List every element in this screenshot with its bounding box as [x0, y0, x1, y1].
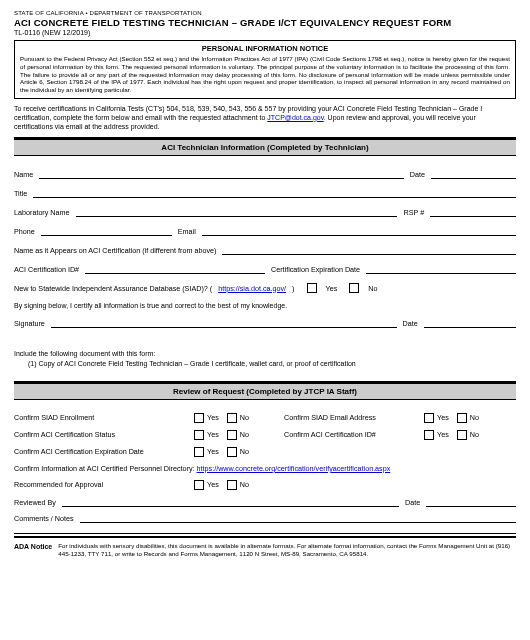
footer: ADA Notice For individuals with sensory …	[14, 542, 516, 558]
yes-label: Yes	[437, 413, 449, 422]
no-label: No	[240, 447, 249, 456]
r2b-yes-checkbox[interactable]	[424, 430, 434, 440]
siad-yes-label: Yes	[326, 284, 338, 293]
yes-label: Yes	[207, 480, 219, 489]
no-label: No	[240, 430, 249, 439]
form-title: ACI CONCRETE FIELD TESTING TECHNICIAN – …	[14, 17, 516, 28]
page: STATE OF CALIFORNIA • DEPARTMENT OF TRAN…	[0, 0, 530, 568]
include-line1: Include the following document with this…	[14, 349, 516, 359]
lab-field[interactable]	[76, 207, 398, 217]
yes-label: Yes	[207, 430, 219, 439]
sig-date-label: Date	[403, 319, 418, 328]
siad-label-post: )	[292, 284, 294, 293]
r1b-label: Confirm SIAD Email Address	[284, 413, 424, 422]
privacy-notice-heading: PERSONAL INFORMATION NOTICE	[20, 44, 510, 53]
r2a-label: Confirm ACI Certification Status	[14, 430, 194, 439]
affirmation-text: By signing below, I certify all informat…	[14, 302, 516, 309]
section1-heading: ACI Technician Information (Completed by…	[14, 139, 516, 156]
r3a-yes-checkbox[interactable]	[194, 447, 204, 457]
r1a-no-checkbox[interactable]	[227, 413, 237, 423]
siad-no-label: No	[368, 284, 377, 293]
dir-link[interactable]: https://www.concrete.org/certification/v…	[197, 464, 391, 473]
privacy-notice-text: Pursuant to the Federal Privacy Act (Sec…	[20, 55, 510, 94]
siad-link[interactable]: https://sia.dot.ca.gov/	[218, 284, 286, 293]
aciid-field[interactable]	[85, 264, 265, 274]
intro-paragraph: To receive certifications in California …	[14, 104, 516, 131]
no-label: No	[470, 430, 479, 439]
section2-heading: Review of Request (Completed by JTCP IA …	[14, 383, 516, 400]
r1b-no-checkbox[interactable]	[457, 413, 467, 423]
lab-label: Laboratory Name	[14, 208, 70, 217]
section2-body: Confirm SIAD Enrollment Yes No Confirm S…	[14, 400, 516, 533]
sig-date-field[interactable]	[424, 318, 516, 328]
agency-line: STATE OF CALIFORNIA • DEPARTMENT OF TRAN…	[14, 10, 516, 16]
siad-label-pre: New to Statewide Independent Assurance D…	[14, 284, 212, 293]
siad-no-checkbox[interactable]	[349, 283, 359, 293]
form-number: TL-0116 (NEW 12/2019)	[14, 29, 516, 36]
aciid-label: ACI Certification ID#	[14, 265, 79, 274]
r2b-no-checkbox[interactable]	[457, 430, 467, 440]
r3a-label: Confirm ACI Certification Expiration Dat…	[14, 447, 194, 456]
r2a-yes-checkbox[interactable]	[194, 430, 204, 440]
ada-notice-label: ADA Notice	[14, 542, 52, 558]
phone-label: Phone	[14, 227, 35, 236]
comments-field[interactable]	[80, 513, 516, 523]
r3a-no-checkbox[interactable]	[227, 447, 237, 457]
rec-label: Recommended for Approval	[14, 480, 194, 489]
yes-label: Yes	[437, 430, 449, 439]
date-label: Date	[410, 170, 425, 179]
r1b-yes-checkbox[interactable]	[424, 413, 434, 423]
r2b-label: Confirm ACI Certification ID#	[284, 430, 424, 439]
aciname-label: Name as it Appears on ACI Certification …	[14, 246, 216, 255]
signature-field[interactable]	[51, 318, 397, 328]
rsp-field[interactable]	[430, 207, 516, 217]
yes-label: Yes	[207, 447, 219, 456]
yes-label: Yes	[207, 413, 219, 422]
email-field[interactable]	[202, 226, 516, 236]
jtcp-email-link[interactable]: JTCP@dot.ca.gov	[267, 114, 323, 121]
date-field[interactable]	[431, 169, 516, 179]
title-label: Title	[14, 189, 27, 198]
section1-body: Name Date Title Laboratory Name RSP # Ph…	[14, 156, 516, 339]
comments-label: Comments / Notes	[14, 514, 74, 523]
rsp-label: RSP #	[403, 208, 424, 217]
certexp-label: Certification Expiration Date	[271, 265, 360, 274]
privacy-notice-box: PERSONAL INFORMATION NOTICE Pursuant to …	[14, 40, 516, 99]
email-label: Email	[178, 227, 196, 236]
r1a-label: Confirm SIAD Enrollment	[14, 413, 194, 422]
reviewed-date-field[interactable]	[426, 497, 516, 507]
include-block: Include the following document with this…	[14, 349, 516, 369]
reviewed-date-label: Date	[405, 498, 420, 507]
aciname-field[interactable]	[222, 245, 516, 255]
no-label: No	[240, 480, 249, 489]
r2a-no-checkbox[interactable]	[227, 430, 237, 440]
include-line2: (1) Copy of ACI Concrete Field Testing T…	[14, 359, 516, 369]
certexp-field[interactable]	[366, 264, 516, 274]
title-field[interactable]	[33, 188, 516, 198]
rec-yes-checkbox[interactable]	[194, 480, 204, 490]
phone-field[interactable]	[41, 226, 172, 236]
rec-no-checkbox[interactable]	[227, 480, 237, 490]
dir-label: Confirm Information at ACI Certified Per…	[14, 464, 195, 473]
reviewed-label: Reviewed By	[14, 498, 56, 507]
reviewed-field[interactable]	[62, 497, 399, 507]
name-field[interactable]	[39, 169, 404, 179]
no-label: No	[470, 413, 479, 422]
name-label: Name	[14, 170, 33, 179]
siad-yes-checkbox[interactable]	[307, 283, 317, 293]
r1a-yes-checkbox[interactable]	[194, 413, 204, 423]
no-label: No	[240, 413, 249, 422]
signature-label: Signature	[14, 319, 45, 328]
ada-notice-text: For individuals with sensory disabilitie…	[58, 542, 516, 558]
divider	[14, 536, 516, 538]
